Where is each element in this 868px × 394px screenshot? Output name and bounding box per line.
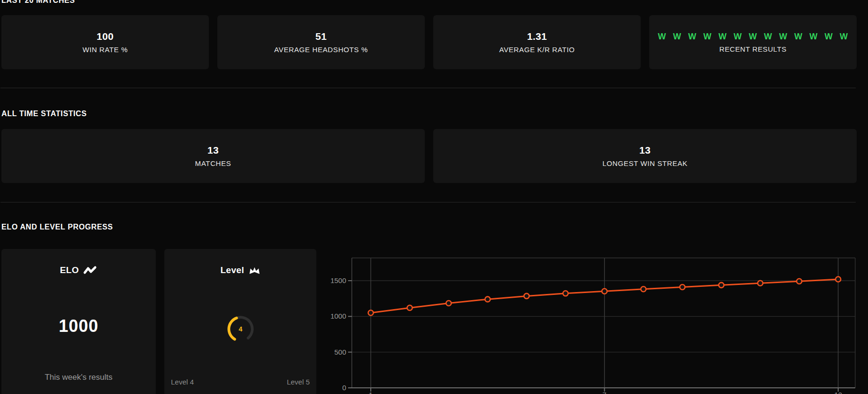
section-title-all-time-statistics: ALL TIME STATISTICS bbox=[1, 110, 868, 118]
section-title-last-20-matches: LAST 20 MATCHES bbox=[1, 0, 868, 3]
svg-text:1500: 1500 bbox=[331, 276, 346, 284]
stat-value: 13 bbox=[207, 145, 219, 156]
recent-results-letters: W W W W W W W W W W W W W bbox=[658, 32, 848, 42]
level-card-title: Level bbox=[220, 265, 244, 275]
svg-text:1000: 1000 bbox=[331, 312, 346, 320]
stat-card-matches: 13 MATCHES bbox=[1, 129, 425, 183]
stat-card-longest-win-streak: 13 LONGEST WIN STREAK bbox=[433, 129, 857, 183]
elo-value: 1000 bbox=[1, 316, 156, 336]
level-card-footer: Level 4 Level 5 bbox=[171, 378, 310, 386]
svg-text:1: 1 bbox=[369, 391, 373, 394]
alltime-cards-row: 13 MATCHES 13 LONGEST WIN STREAK bbox=[1, 129, 868, 183]
stat-card-recent-results: W W W W W W W W W W W W W RECENT RESULTS bbox=[649, 15, 857, 69]
section-divider bbox=[0, 202, 856, 202]
stat-label: MATCHES bbox=[195, 159, 231, 167]
stat-label: WIN RATE % bbox=[82, 46, 128, 54]
stat-label: RECENT RESULTS bbox=[719, 45, 787, 53]
section-title-elo-level-progress: ELO AND LEVEL PROGRESS bbox=[1, 223, 868, 231]
gauge-progress bbox=[229, 318, 236, 339]
svg-text:13: 13 bbox=[834, 391, 842, 394]
elo-card-title: ELO bbox=[60, 265, 79, 275]
progress-row: ELO 1000 This week's results Level 4 bbox=[1, 249, 868, 394]
elo-card-header: ELO bbox=[1, 265, 156, 275]
last20-cards-row: 100 WIN RATE % 51 AVERAGE HEADSHOTS % 1.… bbox=[1, 15, 868, 69]
stats-page: LAST 20 MATCHES 100 WIN RATE % 51 AVERAG… bbox=[0, 0, 868, 394]
level-gauge: 4 bbox=[164, 313, 316, 345]
elo-card: ELO 1000 This week's results bbox=[1, 249, 156, 394]
stat-label: AVERAGE K/R RATIO bbox=[499, 46, 575, 54]
stat-card-win-rate: 100 WIN RATE % bbox=[1, 15, 209, 69]
level-card: Level 4 Level 4 Level 5 bbox=[164, 249, 316, 394]
svg-text:0: 0 bbox=[342, 384, 346, 392]
next-level-label: Level 5 bbox=[287, 378, 310, 386]
elo-card-footer: This week's results bbox=[1, 373, 156, 382]
crown-icon bbox=[249, 266, 260, 275]
elo-progress-chart: 0500100015001713 bbox=[323, 252, 868, 394]
stat-value: 100 bbox=[97, 31, 114, 42]
level-card-header: Level bbox=[164, 265, 316, 275]
elo-graph-icon bbox=[83, 266, 97, 275]
current-level-label: Level 4 bbox=[171, 378, 194, 386]
stat-value: 13 bbox=[639, 145, 651, 156]
stat-value: 1.31 bbox=[527, 31, 547, 42]
svg-text:500: 500 bbox=[334, 348, 346, 356]
section-divider bbox=[0, 88, 856, 88]
level-number: 4 bbox=[239, 325, 242, 333]
stat-label: AVERAGE HEADSHOTS % bbox=[274, 46, 368, 54]
stat-card-avg-headshots: 51 AVERAGE HEADSHOTS % bbox=[217, 15, 425, 69]
svg-text:7: 7 bbox=[602, 391, 606, 394]
stat-value: 51 bbox=[315, 31, 327, 42]
stat-card-avg-kr-ratio: 1.31 AVERAGE K/R RATIO bbox=[433, 15, 641, 69]
stat-label: LONGEST WIN STREAK bbox=[602, 159, 688, 167]
